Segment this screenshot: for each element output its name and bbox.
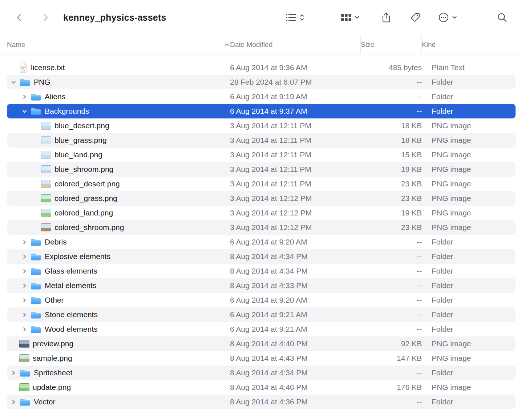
disclosure-chevron-icon[interactable] [21,267,28,275]
disclosure-chevron-icon[interactable] [10,369,17,376]
file-kind: PNG image [422,150,516,159]
file-name: blue_shroom.png [54,165,113,174]
disclosure-chevron-icon[interactable] [10,78,17,86]
file-size: 485 bytes [361,63,422,72]
file-name: Debris [45,238,67,246]
date-modified: 6 Aug 2014 at 9:19 AM [230,92,361,101]
file-size: 23 KB [361,194,422,203]
table-row[interactable]: sample.png 8 Aug 2014 at 4:43 PM 147 KB … [7,351,516,366]
table-row[interactable]: Spritesheet 8 Aug 2014 at 4:34 PM -- Fol… [7,366,516,380]
file-size: 92 KB [361,339,422,348]
date-modified: 8 Aug 2014 at 4:34 PM [230,368,361,377]
table-row[interactable]: Explosive elements 8 Aug 2014 at 4:34 PM… [7,249,516,264]
column-label-name: Name [7,41,25,49]
column-header-date-modified[interactable]: Date Modified [230,35,361,54]
column-header-size[interactable]: Size [361,35,422,54]
table-row[interactable]: blue_grass.png 3 Aug 2014 at 12:11 PM 18… [7,133,516,148]
table-row[interactable]: colored_land.png 3 Aug 2014 at 12:12 PM … [7,206,516,220]
group-by-button[interactable] [341,13,360,22]
file-size: -- [361,325,422,334]
image-thumbnail-icon [19,354,29,362]
table-row[interactable]: Aliens 6 Aug 2014 at 9:19 AM -- Folder [7,89,516,104]
table-row[interactable]: blue_desert.png 3 Aug 2014 at 12:11 PM 1… [7,118,516,133]
table-row[interactable]: Backgrounds 6 Aug 2014 at 9:37 AM -- Fol… [7,104,516,118]
file-name: blue_land.png [54,150,102,159]
name-cell: Debris [7,235,230,249]
file-kind: Folder [422,92,516,101]
date-modified: 8 Aug 2014 at 4:43 PM [230,354,361,363]
table-row[interactable]: Metal elements 8 Aug 2014 at 4:33 PM -- … [7,278,516,293]
file-name: Metal elements [45,281,96,290]
view-options-button[interactable] [286,13,304,22]
table-row[interactable]: colored_shroom.png 3 Aug 2014 at 12:12 P… [7,220,516,235]
chevron-down-icon [452,16,457,19]
file-size: -- [361,78,422,86]
folder-icon [19,397,31,407]
back-button[interactable] [15,13,24,22]
more-actions-button[interactable] [438,12,457,23]
folder-icon [30,281,41,290]
file-kind: PNG image [422,209,516,217]
table-row[interactable]: Other 6 Aug 2014 at 9:20 AM -- Folder [7,293,516,307]
file-kind: Folder [422,107,516,116]
file-name: Other [45,296,64,304]
table-row[interactable]: Debris 6 Aug 2014 at 9:20 AM -- Folder [7,235,516,249]
search-button[interactable] [497,12,507,23]
table-row[interactable]: Glass elements 8 Aug 2014 at 4:34 PM -- … [7,264,516,278]
file-size: -- [361,252,422,261]
file-kind: PNG image [422,194,516,203]
disclosure-chevron-icon[interactable] [10,398,17,405]
column-header-name[interactable]: Name [7,35,230,54]
disclosure-chevron-icon[interactable] [21,238,28,246]
share-button[interactable] [381,12,391,23]
date-modified: 8 Aug 2014 at 4:36 PM [230,397,361,406]
folder-icon [30,106,41,116]
table-row[interactable]: license.txt 6 Aug 2014 at 9:36 AM 485 by… [7,60,516,75]
disclosure-chevron-icon[interactable] [21,253,28,260]
name-cell: PNG [7,75,230,89]
forward-button[interactable] [41,13,50,22]
folder-icon [30,237,41,247]
name-cell: blue_land.png [7,148,230,162]
window-title: kenney_physics-assets [63,12,166,23]
image-thumbnail-icon [41,194,51,202]
file-kind: Folder [422,78,516,86]
file-name: Wood elements [45,325,98,334]
table-row[interactable]: blue_shroom.png 3 Aug 2014 at 12:11 PM 1… [7,162,516,177]
column-header-kind[interactable]: Kind [422,35,516,54]
date-modified: 8 Aug 2014 at 4:46 PM [230,383,361,392]
file-name: preview.png [33,339,73,348]
list-view-icon [286,13,296,22]
table-row[interactable]: Vector 8 Aug 2014 at 4:36 PM -- Folder [7,395,516,409]
table-row[interactable]: Stone elements 6 Aug 2014 at 9:21 AM -- … [7,307,516,322]
table-row[interactable]: colored_desert.png 3 Aug 2014 at 12:11 P… [7,177,516,191]
table-row[interactable]: update.png 8 Aug 2014 at 4:46 PM 176 KB … [7,380,516,395]
date-modified: 3 Aug 2014 at 12:12 PM [230,223,361,232]
table-row[interactable]: preview.png 8 Aug 2014 at 4:40 PM 92 KB … [7,336,516,351]
table-row[interactable]: colored_grass.png 3 Aug 2014 at 12:12 PM… [7,191,516,206]
image-thumbnail-icon [19,383,29,391]
file-name: Vector [34,397,56,406]
table-row[interactable]: blue_land.png 3 Aug 2014 at 12:11 PM 15 … [7,148,516,162]
name-cell: Metal elements [7,278,230,293]
table-row[interactable]: PNG 28 Feb 2024 at 6:07 PM -- Folder [7,75,516,89]
tags-button[interactable] [411,12,421,23]
disclosure-chevron-icon[interactable] [21,296,28,304]
ellipsis-circle-icon [438,12,449,23]
name-cell: blue_grass.png [7,133,230,148]
disclosure-chevron-icon[interactable] [21,282,28,289]
table-row[interactable]: Wood elements 6 Aug 2014 at 9:21 AM -- F… [7,322,516,336]
date-modified: 3 Aug 2014 at 12:11 PM [230,136,361,145]
name-cell: Glass elements [7,264,230,278]
name-cell: Spritesheet [7,366,230,380]
disclosure-chevron-icon[interactable] [21,326,28,333]
disclosure-chevron-icon[interactable] [21,93,28,100]
disclosure-chevron-icon[interactable] [21,108,28,115]
file-size: 176 KB [361,383,422,392]
file-list: license.txt 6 Aug 2014 at 9:36 AM 485 by… [0,54,521,409]
name-cell: Wood elements [7,322,230,336]
disclosure-chevron-icon[interactable] [21,311,28,318]
folder-icon [30,324,41,334]
date-modified: 3 Aug 2014 at 12:12 PM [230,194,361,203]
folder-icon [30,295,41,305]
